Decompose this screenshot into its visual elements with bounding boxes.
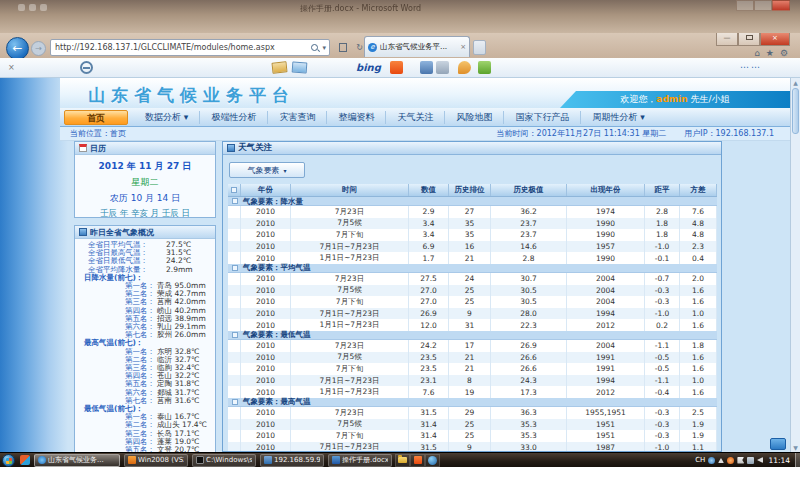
taskbar-item-1[interactable]: Win2008 (VS2...	[124, 454, 188, 467]
addon-mail-icon[interactable]	[292, 61, 308, 73]
show-hidden-icons[interactable]	[718, 458, 724, 463]
nav-item-5[interactable]: 天气关注	[385, 111, 444, 124]
data-row-2-2[interactable]: 20107月下旬23.52126.61991-0.51.6	[228, 363, 717, 375]
breadcrumb: 当前位置：首页	[60, 128, 497, 139]
cell: 2.0	[680, 273, 717, 285]
addon-bird-icon[interactable]	[458, 61, 471, 74]
cell: 25	[449, 296, 491, 308]
volume-icon[interactable]	[757, 457, 763, 463]
toolbar-overflow-icon[interactable]: ⋯⋯	[740, 62, 762, 72]
scrollbar-thumb[interactable]	[792, 88, 799, 134]
data-row-1-3[interactable]: 20107月1日~7月23日26.9928.01994-1.01.0	[228, 308, 717, 320]
data-row-0-0[interactable]: 20107月23日2.92736.219742.87.6	[228, 206, 717, 218]
vertical-scrollbar[interactable]: ▲ ▼	[790, 78, 800, 452]
nav-item-3[interactable]: 灾害查询	[267, 111, 326, 124]
data-row-1-2[interactable]: 20107月下旬27.02530.52004-0.31.6	[228, 296, 717, 308]
data-row-0-3[interactable]: 20107月1日~7月23日6.91614.61957-1.02.3	[228, 241, 717, 253]
cell: 1.6	[680, 386, 717, 398]
window-controls: — ×	[716, 33, 790, 46]
data-row-2-3[interactable]: 20107月1日~7月23日23.1824.31994-1.11.0	[228, 375, 717, 387]
bing-logo[interactable]: bing	[356, 62, 381, 73]
tray-fox-icon[interactable]	[727, 457, 734, 464]
cell: 1.7	[409, 252, 449, 264]
taskbar-clock[interactable]: 11:14	[768, 456, 790, 465]
panel-grid-icon	[227, 144, 235, 152]
group-row-2[interactable]: 气象要素：最低气温	[228, 331, 717, 340]
nav-item-6[interactable]: 风险地图	[444, 111, 503, 124]
language-indicator[interactable]: CH	[695, 456, 705, 464]
group-row-3[interactable]: 气象要素：最高气温	[228, 398, 717, 407]
forward-button[interactable]: →	[31, 41, 46, 56]
start-button[interactable]	[2, 454, 15, 467]
nav-item-2[interactable]: 极端性分析	[199, 111, 267, 124]
data-row-3-3[interactable]: 20107月1日~7月23日31.5933.01987-1.01.1	[228, 442, 717, 452]
cell: 17.3	[491, 386, 567, 398]
floating-widget[interactable]	[770, 438, 786, 450]
compatibility-view-icon[interactable]	[334, 39, 351, 56]
orange-app-icon[interactable]	[410, 454, 425, 467]
data-row-1-0[interactable]: 20107月23日27.52430.72004-0.72.0	[228, 273, 717, 285]
taskbar-item-4[interactable]: 操作手册.docx ...	[328, 454, 392, 467]
data-row-1-1[interactable]: 20107月5候27.02530.52004-0.31.6	[228, 285, 717, 297]
nav-item-8[interactable]: 周期性分析 ▾	[580, 111, 655, 124]
taskbar-item-3[interactable]: 192.168.59.99...	[260, 454, 324, 467]
cell: 7.6	[409, 386, 449, 398]
taskbar-item-2[interactable]: C:\Windows\s...	[192, 454, 256, 467]
data-row-3-1[interactable]: 20107月5候31.42535.31951-0.31.9	[228, 419, 717, 431]
data-row-3-0[interactable]: 20107月23日31.52936.31955,1951-0.32.5	[228, 407, 717, 419]
nav-item-0[interactable]: 首页	[64, 110, 128, 125]
group-row-1[interactable]: 气象要素：平均气温	[228, 264, 717, 273]
scroll-down-icon[interactable]: ▼	[791, 443, 800, 452]
cell: 1994	[567, 308, 645, 320]
browser-tab[interactable]: e 山东省气候业务平... ×	[364, 36, 470, 57]
data-row-1-4[interactable]: 20101月1日~7月23日12.03122.320120.21.6	[228, 319, 717, 331]
back-button[interactable]: ←	[6, 37, 29, 60]
data-row-0-4[interactable]: 20101月1日~7月23日1.7212.81990-0.10.4	[228, 252, 717, 264]
addon-card-icon[interactable]	[271, 61, 287, 74]
cell: 2010	[241, 296, 291, 308]
url-text[interactable]: http://192.168.137.1/GLCCLIMATE/modules/…	[51, 43, 310, 52]
group-row-0[interactable]: 气象要素：降水量	[228, 197, 717, 206]
media-player-icon[interactable]	[425, 454, 440, 467]
address-bar[interactable]: http://192.168.137.1/GLCCLIMATE/modules/…	[50, 39, 330, 56]
favorites-icon[interactable]: ★	[766, 48, 774, 58]
data-row-2-4[interactable]: 20101月1日~7月23日7.61917.32012-0.41.6	[228, 386, 717, 398]
toolbar-close-icon[interactable]: ×	[8, 63, 15, 72]
network-icon[interactable]	[747, 457, 754, 464]
close-button[interactable]: ×	[760, 33, 790, 46]
minimize-button[interactable]: —	[716, 33, 738, 46]
taskbar-item-0[interactable]: 山东省气候业务...	[34, 454, 120, 467]
show-desktop-button[interactable]	[795, 453, 800, 468]
maximize-button[interactable]	[738, 33, 760, 46]
cell: 1951	[567, 419, 645, 431]
column-header-4: 历史极值	[491, 184, 567, 196]
addon-puzzle-icon[interactable]	[478, 61, 491, 74]
data-row-0-2[interactable]: 20107月下旬3.43523.719901.84.8	[228, 229, 717, 241]
cell: 23.5	[409, 352, 449, 364]
cell: 26.9	[409, 308, 449, 320]
element-dropdown-button[interactable]: 气象要素▾	[229, 162, 305, 178]
taskbar-item-label: 山东省气候业务...	[48, 455, 104, 465]
quick-launch-icon[interactable]	[20, 455, 30, 465]
tools-gear-icon[interactable]: ⚙	[780, 48, 788, 58]
data-row-3-2[interactable]: 20107月下旬31.42535.31951-0.31.9	[228, 430, 717, 442]
explorer-folder-icon[interactable]	[395, 454, 410, 467]
tray-app-icon[interactable]	[708, 457, 715, 464]
scroll-up-icon[interactable]: ▲	[791, 78, 800, 87]
nav-item-4[interactable]: 整编资料	[326, 111, 385, 124]
tab-close-icon[interactable]: ×	[460, 43, 466, 51]
addon-orange-icon[interactable]	[390, 61, 403, 74]
search-dropdown-icon[interactable]: ▾	[322, 44, 326, 52]
addon-capture-icon[interactable]	[420, 61, 433, 74]
home-icon[interactable]: ⌂	[754, 48, 760, 58]
nav-item-1[interactable]: 数据分析 ▾	[134, 111, 199, 124]
data-row-2-0[interactable]: 20107月23日24.21726.92004-1.11.8	[228, 340, 717, 352]
action-center-flag-icon[interactable]	[737, 457, 744, 464]
search-icon[interactable]	[310, 43, 320, 53]
addon-camera-icon[interactable]	[436, 61, 449, 74]
data-row-0-1[interactable]: 20107月5候3.43523.719901.84.8	[228, 218, 717, 230]
tab-title[interactable]: 山东省气候业务平...	[380, 42, 457, 52]
nav-item-7[interactable]: 国家下行产品	[503, 111, 580, 124]
new-tab-button[interactable]	[473, 40, 486, 55]
data-row-2-1[interactable]: 20107月5候23.52126.61991-0.51.6	[228, 352, 717, 364]
